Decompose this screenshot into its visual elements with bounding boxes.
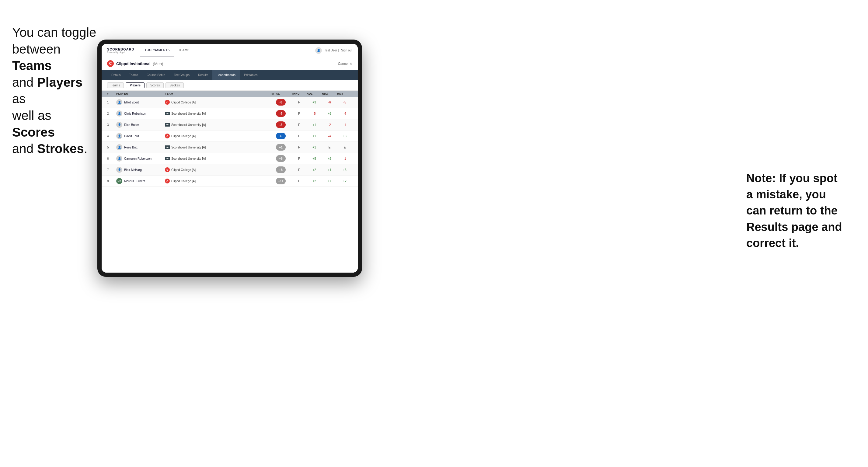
nav-tournaments[interactable]: TOURNAMENTS [140, 44, 174, 57]
table-header: # PLAYER TEAM TOTAL THRU RD1 RD2 RD3 [102, 91, 358, 97]
team-name: Clippd College [A] [171, 180, 196, 183]
tab-teams[interactable]: Teams [125, 70, 143, 80]
thru: F [291, 157, 307, 160]
col-pos: # [107, 92, 116, 95]
sub-nav: Details Teams Course Setup Tee Groups Re… [102, 70, 358, 80]
player-cell: 👤 Blair McHarg [116, 167, 165, 173]
player-cell: 👤 Elliot Ebert [116, 99, 165, 105]
total-score: -8 [276, 99, 286, 105]
player-name: Blair McHarg [124, 168, 142, 172]
col-thru: THRU [291, 92, 307, 95]
tournament-header: C Clippd Invitational (Men) Cancel ✕ [102, 57, 358, 70]
row-pos: 8 [107, 180, 116, 183]
table-row: 4 👤 David Ford C Clippd College [A] E F … [102, 130, 358, 142]
table-row: 5 👤 Rees Britt SB Scoreboard University … [102, 142, 358, 153]
annotation-line2: between Teams [12, 42, 61, 73]
tab-results[interactable]: Results [194, 70, 212, 80]
player-name: Elliot Ebert [124, 101, 139, 104]
tab-tee-groups[interactable]: Tee Groups [169, 70, 194, 80]
team-cell: SB Scoreboard University [A] [165, 123, 270, 127]
table-row: 7 👤 Blair McHarg C Clippd College [A] +8… [102, 164, 358, 176]
sign-out-link[interactable]: Sign out [341, 49, 352, 52]
rd3: E [337, 146, 352, 149]
toggle-players-button[interactable]: Players [126, 83, 145, 88]
tournament-name: Clippd Invitational (Men) [116, 61, 163, 66]
player-cell: 👤 Chris Robertson [116, 111, 165, 117]
left-annotation: You can toggle between Teams and Players… [12, 24, 97, 157]
rd3: -4 [337, 112, 352, 115]
team-logo: C [165, 100, 170, 105]
tournament-logo: C [107, 60, 114, 67]
tab-leaderboards[interactable]: Leaderboards [212, 70, 240, 80]
cancel-button[interactable]: Cancel ✕ [338, 62, 352, 66]
team-logo: SB [165, 157, 170, 160]
rd2: +5 [322, 112, 337, 115]
rd1: +2 [307, 180, 322, 183]
rd1: +1 [307, 146, 322, 149]
table-row: 2 👤 Chris Robertson SB Scoreboard Univer… [102, 108, 358, 119]
tab-printables[interactable]: Printables [240, 70, 262, 80]
thru: F [291, 101, 307, 104]
tab-course-setup[interactable]: Course Setup [143, 70, 169, 80]
avatar: 👤 [116, 111, 122, 117]
toggle-bar: Teams Players Scores Strokes [102, 80, 358, 91]
total-score: +6 [276, 155, 286, 162]
nav-teams[interactable]: TEAMS [174, 44, 194, 57]
thru: F [291, 168, 307, 172]
table-row: 1 👤 Elliot Ebert C Clippd College [A] -8… [102, 97, 358, 108]
rd3: +2 [337, 180, 352, 183]
nav-links: TOURNAMENTS TEAMS [140, 44, 315, 57]
annotation-line3: and Players as [12, 75, 83, 106]
avatar: MT [116, 178, 122, 184]
avatar: 👤 [116, 155, 122, 161]
team-cell: C Clippd College [A] [165, 179, 270, 183]
team-name: Clippd College [A] [171, 101, 196, 104]
player-name: Rich Butler [124, 123, 139, 127]
toggle-scores-button[interactable]: Scores [146, 83, 164, 88]
team-cell: SB Scoreboard University [A] [165, 157, 270, 160]
rd1: +1 [307, 134, 322, 138]
team-cell: C Clippd College [A] [165, 167, 270, 172]
team-logo: SB [165, 112, 170, 115]
table-row: 6 👤 Cameron Robertson SB Scoreboard Univ… [102, 153, 358, 164]
tablet-screen: SCOREBOARD Powered by clippd TOURNAMENTS… [102, 44, 358, 273]
rd2: +1 [322, 168, 337, 172]
row-pos: 1 [107, 101, 116, 104]
col-total: TOTAL [270, 92, 291, 95]
team-name: Scoreboard University [A] [171, 112, 206, 115]
rd3: -5 [337, 101, 352, 104]
team-cell: C Clippd College [A] [165, 133, 270, 138]
note-label: Note: If you spota mistake, youcan retur… [746, 172, 842, 249]
rd2: +2 [322, 157, 337, 160]
team-name: Scoreboard University [A] [171, 146, 206, 149]
avatar: 👤 [116, 122, 122, 128]
avatar: 👤 [116, 167, 122, 173]
table-row: 3 👤 Rich Butler SB Scoreboard University… [102, 119, 358, 130]
rd2: -6 [322, 101, 337, 104]
total-score: -4 [276, 110, 286, 117]
rd3: +3 [337, 134, 352, 138]
toggle-teams-button[interactable]: Teams [107, 83, 124, 88]
rd1: +2 [307, 168, 322, 172]
leaderboard-table: # PLAYER TEAM TOTAL THRU RD1 RD2 RD3 1 👤… [102, 91, 358, 273]
player-cell: 👤 Rich Butler [116, 122, 165, 128]
player-cell: 👤 David Ford [116, 133, 165, 139]
player-cell: 👤 Rees Britt [116, 144, 165, 150]
col-rd3: RD3 [337, 92, 352, 95]
rd1: +1 [307, 123, 322, 127]
toggle-strokes-button[interactable]: Strokes [165, 83, 184, 88]
col-rd2: RD2 [322, 92, 337, 95]
team-name: Scoreboard University [A] [171, 157, 206, 160]
team-cell: SB Scoreboard University [A] [165, 112, 270, 115]
tab-details[interactable]: Details [107, 70, 125, 80]
team-name: Clippd College [A] [171, 134, 196, 138]
thru: F [291, 112, 307, 115]
col-player: PLAYER [116, 92, 165, 95]
row-pos: 3 [107, 123, 116, 127]
player-name: Rees Britt [124, 146, 137, 149]
player-name: Chris Robertson [124, 112, 146, 115]
total-score: +1 [276, 144, 286, 151]
rd1: -5 [307, 112, 322, 115]
rd3: -1 [337, 157, 352, 160]
rd3: +6 [337, 168, 352, 172]
